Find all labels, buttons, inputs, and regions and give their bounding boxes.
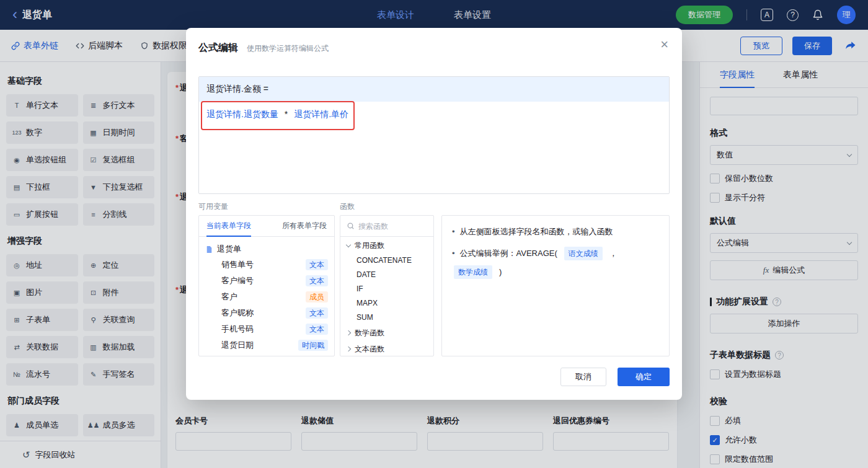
function-search-input[interactable] <box>358 222 427 231</box>
formula-field-token[interactable]: 退货详情.退货数量 <box>206 109 278 119</box>
dialog-header: 公式编辑 使用数学运算符编辑公式 <box>186 28 682 55</box>
variable-field-row[interactable]: 销售单号文本 <box>199 257 334 273</box>
available-variables-label: 可用变量 <box>198 201 228 212</box>
function-group-math[interactable]: 数学函数 <box>340 325 433 340</box>
dialog-subtitle: 使用数学运算符编辑公式 <box>247 43 329 54</box>
field-type-badge: 文本 <box>306 259 328 270</box>
field-type-badge: 文本 <box>306 324 328 335</box>
function-item[interactable]: IF <box>340 281 433 296</box>
formula-editor[interactable]: 退货详情.金额 = 退货详情.退货数量 * 退货详情.单价 <box>198 76 670 194</box>
variable-field-row[interactable]: 退货日期时间戳 <box>199 337 334 353</box>
function-item[interactable]: SUM <box>340 310 433 324</box>
help-panel: • 从左侧面板选择字段名和函数，或输入函数 • 公式编辑举例：AVERAGE( … <box>441 215 670 356</box>
formula-target: 退货详情.金额 = <box>199 77 669 102</box>
tab-current-form-fields[interactable]: 当前表单字段 <box>206 216 251 236</box>
formula-edit-dialog: 公式编辑 使用数学运算符编辑公式 × 退货详情.金额 = 退货详情.退货数量 *… <box>186 28 682 400</box>
document-icon <box>205 245 213 254</box>
variable-field-row[interactable]: 客户昵称文本 <box>199 305 334 321</box>
functions-panel: 常用函数 CONCATENATE DATE IF MAPX SUM 数学函数 文… <box>340 215 434 356</box>
variables-tabs: 当前表单字段 所有表单字段 <box>199 216 334 237</box>
variable-field-row[interactable]: 客户编号文本 <box>199 273 334 289</box>
variable-field-row[interactable]: 手机号码文本 <box>199 321 334 337</box>
function-item[interactable]: DATE <box>340 267 433 281</box>
formula-operator: * <box>285 109 288 119</box>
close-icon[interactable]: × <box>660 38 668 51</box>
field-type-badge: 成员 <box>306 291 328 302</box>
field-type-badge: 时间戳 <box>298 340 328 351</box>
example-field-chip: 数学成绩 <box>454 265 492 279</box>
function-item[interactable]: CONCATENATE <box>340 253 433 267</box>
variable-field-row[interactable]: 客户成员 <box>199 289 334 305</box>
function-search[interactable] <box>340 216 433 237</box>
function-group-text[interactable]: 文本函数 <box>340 342 433 356</box>
chevron-right-icon <box>346 330 351 335</box>
function-group-common[interactable]: 常用函数 <box>340 238 433 253</box>
variables-panel: 当前表单字段 所有表单字段 退货单 销售单号文本 客户编号文本 客户成员 客户昵… <box>198 215 335 356</box>
formula-field-token[interactable]: 退货详情.单价 <box>294 109 348 119</box>
confirm-button[interactable]: 确定 <box>618 368 670 386</box>
bullet: • <box>452 247 455 260</box>
example-field-chip: 语文成绩 <box>564 247 603 260</box>
cancel-button[interactable]: 取消 <box>560 368 606 386</box>
dialog-footer: 取消 确定 <box>560 368 670 386</box>
field-type-badge: 文本 <box>306 307 328 319</box>
help-example-line: • 公式编辑举例：AVERAGE( 语文成绩 ， 数学成绩 ) <box>452 247 659 279</box>
bullet: • <box>452 226 455 238</box>
formula-expression[interactable]: 退货详情.退货数量 * 退货详情.单价 <box>206 109 348 120</box>
functions-label: 函数 <box>340 201 355 212</box>
search-icon <box>347 222 355 230</box>
chevron-right-icon <box>346 347 351 351</box>
tab-all-form-fields[interactable]: 所有表单字段 <box>282 216 327 236</box>
chevron-down-icon <box>346 242 351 247</box>
function-item[interactable]: MAPX <box>340 296 433 310</box>
help-line: • 从左侧面板选择字段名和函数，或输入函数 <box>452 226 659 238</box>
field-type-badge: 文本 <box>306 275 328 286</box>
variables-tree-root[interactable]: 退货单 <box>199 242 334 257</box>
dialog-title: 公式编辑 <box>198 42 238 55</box>
